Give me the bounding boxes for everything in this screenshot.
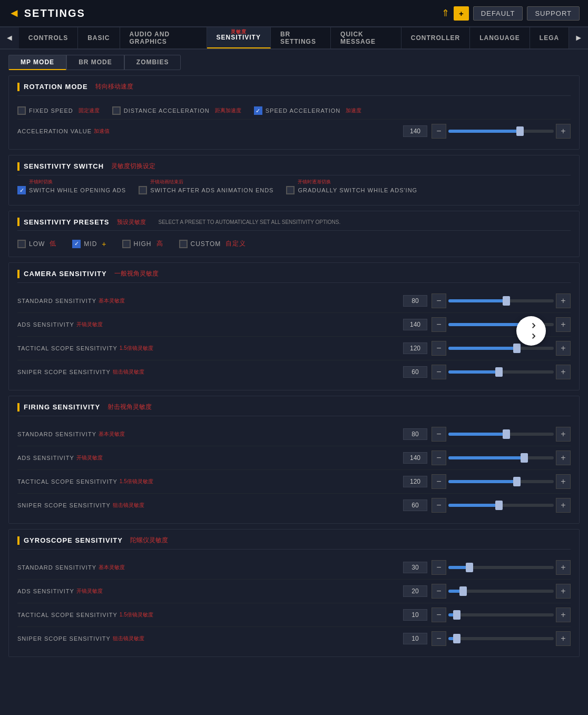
mode-tabs: MP MODE BR MODE ZOMBIES xyxy=(0,50,588,70)
camera-sensitivity-header: CAMERA SENSITIVITY 一般视角灵敏度 xyxy=(17,269,571,283)
distance-acceleration-checkbox[interactable] xyxy=(112,106,121,115)
fixed-speed-checkbox[interactable] xyxy=(17,106,26,115)
sensitivity-switch-section: SENSITIVITY SWITCH 灵敏度切换设定 开镜时切换 SWITCH … xyxy=(8,155,580,205)
firing-row-1: ADS SENSITIVITY 开镜灵敏度 140 − + xyxy=(17,446,571,470)
switch-opening-ads-option[interactable]: 开镜时切换 SWITCH WHILE OPENING ADS xyxy=(17,186,126,194)
acceleration-value-row: ACCELERATION VALUE 加速值 140 − + xyxy=(17,120,571,143)
header: ◄ SETTINGS ⇑ + DEFAULT SUPPORT xyxy=(0,0,588,27)
switch-after-ads-option[interactable]: 开镜动画结束后 SWITCH AFTER ADS ANIMATION ENDS xyxy=(139,186,273,194)
tab-lega[interactable]: LEGA xyxy=(530,27,569,48)
camera-row-2: TACTICAL SCOPE SENSITIVITY 1.5倍镜灵敏度 120 … xyxy=(17,337,571,360)
camera-row-1: ADS SENSITIVITY 开镜灵敏度 140 − + xyxy=(17,313,571,337)
mode-tab-mp[interactable]: MP MODE xyxy=(8,55,66,70)
preset-high-checkbox[interactable] xyxy=(122,240,131,248)
mode-tab-br[interactable]: BR MODE xyxy=(66,55,124,70)
presets-row: LOW 低 MID + HIGH 高 CUSTOM 自定义 xyxy=(17,237,571,250)
tab-controller[interactable]: CONTROLLER xyxy=(401,27,470,48)
scroll-down-button[interactable]: ⌄⌄ xyxy=(516,316,546,346)
firing-sensitivity-section: FIRING SENSITIVITY 射击视角灵敏度 STANDARD SENS… xyxy=(8,396,580,524)
gradually-switch-checkbox[interactable] xyxy=(286,186,295,194)
gyroscope-row-1: ADS SENSITIVITY 开镜灵敏度 20 − + xyxy=(17,580,571,603)
gyroscope-sensitivity-section: GYROSCOPE SENSITIVITY 陀螺仪灵敏度 STANDARD SE… xyxy=(8,529,580,657)
firing-sensitivity-header: FIRING SENSITIVITY 射击视角灵敏度 xyxy=(17,403,571,416)
preset-low-checkbox[interactable] xyxy=(17,240,26,248)
preset-low[interactable]: LOW 低 xyxy=(17,239,56,248)
tab-nav: ◄ CONTROLS BASIC AUDIO AND GRAPHICS 灵敏度 … xyxy=(0,27,588,50)
gyroscope-sensitivity-header: GYROSCOPE SENSITIVITY 陀螺仪灵敏度 xyxy=(17,536,571,550)
tab-controls[interactable]: CONTROLS xyxy=(19,27,78,48)
section-bar-6 xyxy=(17,536,19,545)
sensitivity-switch-options-row: 开镜时切换 SWITCH WHILE OPENING ADS 开镜动画结束后 S… xyxy=(17,182,571,199)
camera-row-3: SNIPER SCOPE SENSITIVITY 狙击镜灵敏度 60 − + xyxy=(17,360,571,384)
tab-quick-message[interactable]: QUICK MESSAGE xyxy=(331,27,401,48)
acceleration-value-thumb[interactable] xyxy=(516,126,524,136)
rotation-mode-options-row: FIXED SPEED 固定速度 DISTANCE ACCELERATION 距… xyxy=(17,102,571,120)
acceleration-value-increase[interactable]: + xyxy=(556,124,571,139)
switch-opening-ads-checkbox[interactable] xyxy=(17,186,26,194)
support-button[interactable]: SUPPORT xyxy=(527,6,580,21)
speed-acceleration-option[interactable]: SPEED ACCELERATION 加速度 xyxy=(254,106,362,115)
tab-audio-graphics[interactable]: AUDIO AND GRAPHICS xyxy=(120,27,207,48)
acceleration-value-track[interactable] xyxy=(448,130,554,133)
rotation-mode-section: ROTATION MODE 转向移动速度 FIXED SPEED 固定速度 DI… xyxy=(8,75,580,150)
tab-br-settings[interactable]: BR SETTINGS xyxy=(271,27,331,48)
preset-high[interactable]: HIGH 高 xyxy=(122,239,163,248)
acceleration-value-slider: − + xyxy=(432,124,571,139)
acceleration-value-label-group: ACCELERATION VALUE 加速值 xyxy=(17,128,110,135)
tab-prev-arrow[interactable]: ◄ xyxy=(0,27,19,48)
gyroscope-row-3: SNIPER SCOPE SENSITIVITY 狙击镜灵敏度 10 − + xyxy=(17,627,571,650)
fixed-speed-option[interactable]: FIXED SPEED 固定速度 xyxy=(17,106,100,115)
acceleration-value-decrease[interactable]: − xyxy=(432,124,446,139)
firing-row-0: STANDARD SENSITIVITY 基本灵敏度 80 − + xyxy=(17,423,571,446)
back-button[interactable]: ◄ xyxy=(8,6,20,20)
speed-acceleration-checkbox[interactable] xyxy=(254,106,262,115)
preset-custom[interactable]: CUSTOM 自定义 xyxy=(179,239,247,248)
sensitivity-presets-header: SENSITIVITY PRESETS 预设灵敏度 SELECT A PRESE… xyxy=(17,218,571,231)
add-button[interactable]: + xyxy=(454,6,469,21)
section-bar-2 xyxy=(17,162,19,171)
chevrons-icon: ⇑ xyxy=(442,7,449,19)
page-title: SETTINGS xyxy=(24,7,442,19)
preset-custom-checkbox[interactable] xyxy=(179,240,188,248)
gyroscope-row-0: STANDARD SENSITIVITY 基本灵敏度 30 − + xyxy=(17,556,571,580)
main-content: ROTATION MODE 转向移动速度 FIXED SPEED 固定速度 DI… xyxy=(0,70,588,662)
distance-acceleration-option[interactable]: DISTANCE ACCELERATION 距离加速度 xyxy=(112,106,241,115)
camera-sensitivity-rows: STANDARD SENSITIVITY 基本灵敏度 80 − + xyxy=(17,289,571,384)
camera-row-0: STANDARD SENSITIVITY 基本灵敏度 80 − + xyxy=(17,289,571,313)
section-bar xyxy=(17,83,19,91)
default-button[interactable]: DEFAULT xyxy=(473,6,523,21)
rotation-mode-options: FIXED SPEED 固定速度 DISTANCE ACCELERATION 距… xyxy=(17,106,361,115)
acceleration-value-display: 140 xyxy=(403,125,427,137)
tab-next-arrow[interactable]: ► xyxy=(569,27,588,48)
presets-note: SELECT A PRESET TO AUTOMATICALLY SET ALL… xyxy=(159,219,341,225)
sensitivity-presets-section: SENSITIVITY PRESETS 预设灵敏度 SELECT A PRESE… xyxy=(8,211,580,257)
firing-row-2: TACTICAL SCOPE SENSITIVITY 1.5倍镜灵敏度 120 … xyxy=(17,470,571,494)
tab-sensitivity[interactable]: 灵敏度 SENSITIVITY xyxy=(207,27,271,48)
acceleration-value-fill xyxy=(448,130,520,133)
chevron-down-icon: ⌄⌄ xyxy=(525,320,537,341)
gyroscope-row-2: TACTICAL SCOPE SENSITIVITY 1.5倍镜灵敏度 10 −… xyxy=(17,603,571,627)
tab-basic[interactable]: BASIC xyxy=(78,27,120,48)
header-actions: ⇑ + DEFAULT SUPPORT xyxy=(442,6,580,21)
section-bar-5 xyxy=(17,403,19,412)
sensitivity-switch-header: SENSITIVITY SWITCH 灵敏度切换设定 xyxy=(17,162,571,175)
camera-sensitivity-section: CAMERA SENSITIVITY 一般视角灵敏度 STANDARD SENS… xyxy=(8,262,580,390)
switch-after-ads-checkbox[interactable] xyxy=(139,186,147,194)
firing-row-3: SNIPER SCOPE SENSITIVITY 狙击镜灵敏度 60 − + xyxy=(17,494,571,517)
acceleration-value-slider-row: 140 − + xyxy=(116,124,571,139)
section-bar-3 xyxy=(17,218,19,226)
preset-mid[interactable]: MID + xyxy=(72,240,106,248)
rotation-mode-header: ROTATION MODE 转向移动速度 xyxy=(17,82,571,96)
sensitivity-switch-options: 开镜时切换 SWITCH WHILE OPENING ADS 开镜动画结束后 S… xyxy=(17,186,417,194)
mode-tab-zombies[interactable]: ZOMBIES xyxy=(124,55,181,70)
gradually-switch-option[interactable]: 开镜时逐渐切换 GRADUALLY SWITCH WHILE ADS'ING xyxy=(286,186,417,194)
tab-language[interactable]: LANGUAGE xyxy=(470,27,530,48)
section-bar-4 xyxy=(17,270,19,278)
preset-mid-checkbox[interactable] xyxy=(72,240,81,248)
firing-sensitivity-rows: STANDARD SENSITIVITY 基本灵敏度 80 − + xyxy=(17,423,571,517)
gyroscope-sensitivity-rows: STANDARD SENSITIVITY 基本灵敏度 30 − + xyxy=(17,556,571,650)
